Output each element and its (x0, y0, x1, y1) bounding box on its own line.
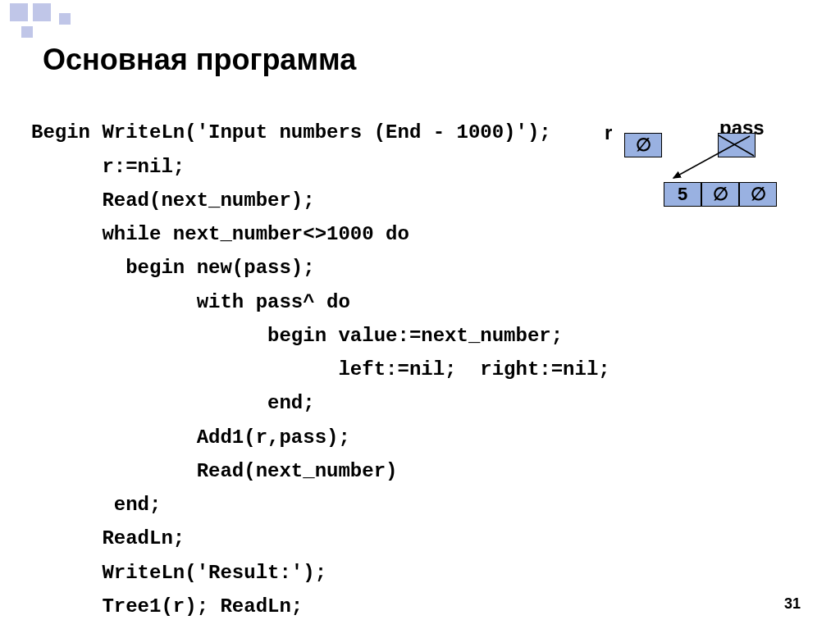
code-line: r:=nil; (31, 156, 185, 178)
code-line: ReadLn; (31, 527, 185, 549)
code-line: left:=nil; right:=nil; (31, 358, 610, 381)
code-line: Read(next_number); (31, 189, 315, 212)
code-line: end; (31, 494, 161, 516)
pointer-diagram: r pass ∅ 5 ∅ ∅ (605, 116, 810, 215)
code-line: WriteLn('Result:'); (31, 562, 326, 584)
svg-line-0 (673, 136, 750, 178)
code-line: begin new(pass); (31, 257, 315, 279)
page-number: 31 (784, 595, 801, 613)
code-line: Begin WriteLn('Input numbers (End - 1000… (31, 121, 551, 144)
code-block: Begin WriteLn('Input numbers (End - 1000… (31, 82, 610, 629)
svg-line-1 (719, 135, 754, 156)
code-line: end; (31, 392, 315, 414)
code-line: Tree1(r); ReadLn; (31, 595, 303, 618)
label-r: r (605, 121, 612, 144)
code-line: Add1(r,pass); (31, 426, 350, 449)
code-line: while next_number<>1000 do (31, 223, 409, 245)
box-r-nil: ∅ (624, 133, 662, 157)
code-line: begin value:=next_number; (31, 325, 563, 347)
pointer-arrow (664, 133, 762, 190)
code-line: with pass^ do (31, 291, 350, 313)
slide-title: Основная программа (43, 43, 356, 77)
code-line: Read(next_number) (31, 460, 397, 482)
